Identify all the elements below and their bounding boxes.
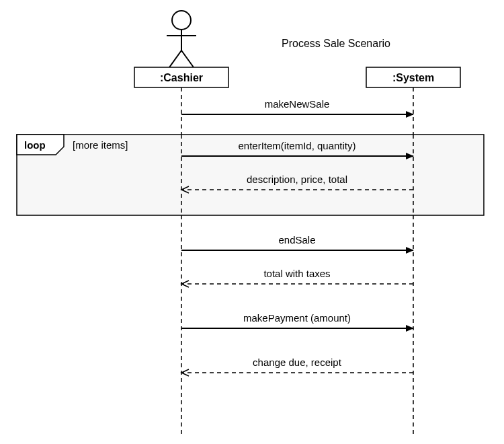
message-endSale: endSale — [181, 234, 413, 250]
svg-line-4 — [181, 50, 194, 67]
message-makeNewSale: makeNewSale — [181, 98, 413, 114]
loop-keyword: loop — [24, 139, 46, 151]
svg-line-3 — [169, 50, 181, 67]
sequence-diagram: Process Sale Scenario :Cashier :System l… — [0, 0, 504, 444]
svg-text:change due, receipt: change due, receipt — [253, 357, 342, 368]
svg-text:total with taxes: total with taxes — [263, 268, 330, 279]
lifeline-cashier-label: :Cashier — [160, 72, 203, 83]
actor-icon — [167, 11, 196, 67]
lifeline-system: :System — [366, 67, 460, 87]
loop-guard: [more items] — [73, 139, 128, 151]
lifeline-cashier: :Cashier — [134, 67, 228, 87]
svg-text:makePayment (amount): makePayment (amount) — [243, 312, 351, 324]
svg-text:description, price, total: description, price, total — [247, 174, 347, 185]
svg-point-0 — [172, 11, 191, 30]
svg-text:makeNewSale: makeNewSale — [265, 98, 330, 110]
svg-text:endSale: endSale — [278, 234, 315, 246]
lifeline-system-label: :System — [392, 72, 434, 83]
message-changeReceipt: change due, receipt — [181, 357, 413, 373]
message-totalTaxes: total with taxes — [181, 268, 413, 284]
message-makePayment: makePayment (amount) — [181, 312, 413, 328]
diagram-title: Process Sale Scenario — [282, 38, 390, 49]
svg-text:enterItem(itemId, quantity): enterItem(itemId, quantity) — [238, 140, 355, 151]
